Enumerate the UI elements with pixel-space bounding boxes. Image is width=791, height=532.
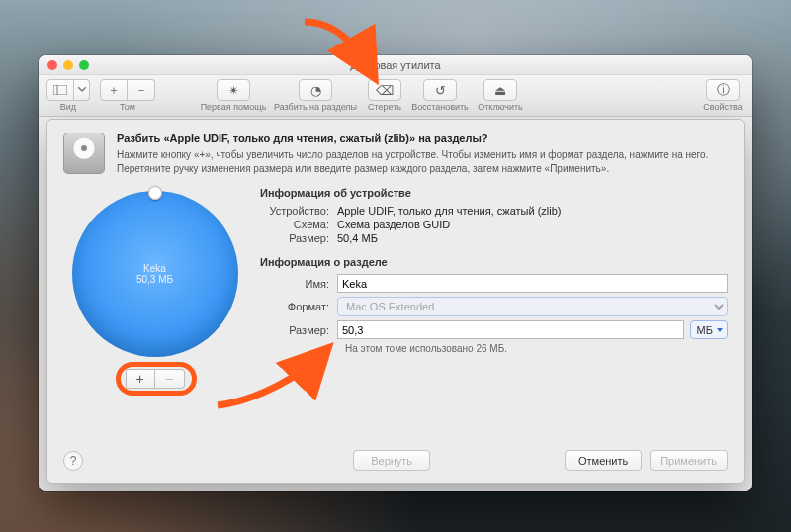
pie-resize-handle[interactable] <box>148 186 162 200</box>
partition-name-input[interactable] <box>337 274 728 293</box>
add-partition-button[interactable]: + <box>126 369 155 389</box>
disk-icon <box>63 133 105 174</box>
cancel-button[interactable]: Отменить <box>565 450 642 471</box>
disk-utility-window: Дисковая утилита Вид ＋ － <box>39 55 752 491</box>
view-menu-button[interactable] <box>74 79 90 101</box>
remove-partition-button[interactable]: − <box>155 369 185 389</box>
remove-volume-button[interactable]: － <box>128 79 155 101</box>
pie-partition-name: Keka <box>143 263 166 274</box>
sheet-heading: Разбить «Apple UDIF, только для чтения, … <box>117 133 728 144</box>
window-title: Дисковая утилита <box>39 59 752 71</box>
add-remove-partition-group: + − <box>126 369 185 389</box>
partition-button[interactable]: ◔ Разбить на разделы <box>272 79 359 112</box>
scheme-value: Схема разделов GUID <box>337 219 728 230</box>
minimize-window-button[interactable] <box>63 60 73 70</box>
help-button[interactable]: ? <box>63 451 83 471</box>
partition-sheet: Разбить «Apple UDIF, только для чтения, … <box>46 119 745 484</box>
view-label: Вид <box>60 102 76 112</box>
toolbar: Вид ＋ － Том ✴︎ Первая помощь ◔ Разбить н… <box>39 75 752 117</box>
unmount-button[interactable]: ⏏ Отключить <box>474 79 527 112</box>
add-volume-button[interactable]: ＋ <box>100 79 128 101</box>
titlebar: Дисковая утилита <box>39 55 752 75</box>
eject-icon: ⏏ <box>494 83 506 98</box>
sheet-subtitle: Нажмите кнопку «+», чтобы увеличить числ… <box>117 148 728 175</box>
info-button[interactable]: ⓘ Свойства <box>701 79 745 112</box>
pie-partition-size: 50,3 МБ <box>136 274 173 285</box>
sidebar-toggle-button[interactable] <box>46 79 74 101</box>
partition-section-title: Информация о разделе <box>260 256 728 268</box>
revert-button[interactable]: Вернуть <box>353 450 430 471</box>
stethoscope-icon: ✴︎ <box>228 83 239 98</box>
used-space-note: На этом томе использовано 26 МБ. <box>345 343 728 354</box>
restore-icon: ↺ <box>435 83 446 98</box>
partition-size-unit-select[interactable]: МБ <box>690 320 728 339</box>
partition-format-select[interactable]: Mac OS Extended <box>337 297 728 316</box>
svg-rect-0 <box>53 85 67 95</box>
info-icon: ⓘ <box>717 81 730 99</box>
close-window-button[interactable] <box>47 60 57 70</box>
restore-button[interactable]: ↺ Восстановить <box>410 79 470 112</box>
erase-icon: ⌫ <box>376 83 394 98</box>
partition-icon: ◔ <box>310 83 321 98</box>
erase-button[interactable]: ⌫ Стереть <box>363 79 406 112</box>
volume-toolbar-group: ＋ － Том <box>100 79 155 112</box>
partition-size-input[interactable] <box>337 320 684 339</box>
zoom-window-button[interactable] <box>79 60 89 70</box>
device-section-title: Информация об устройстве <box>260 187 728 199</box>
volume-label: Том <box>120 102 135 112</box>
device-value: Apple UDIF, только для чтения, сжатый (z… <box>337 205 728 217</box>
apply-button[interactable]: Применить <box>650 450 728 471</box>
view-toolbar-group: Вид <box>46 79 90 112</box>
partition-pie[interactable]: Keka 50,3 МБ <box>72 191 238 357</box>
device-size-value: 50,4 МБ <box>337 232 728 244</box>
first-aid-button[interactable]: ✴︎ Первая помощь <box>199 79 268 112</box>
